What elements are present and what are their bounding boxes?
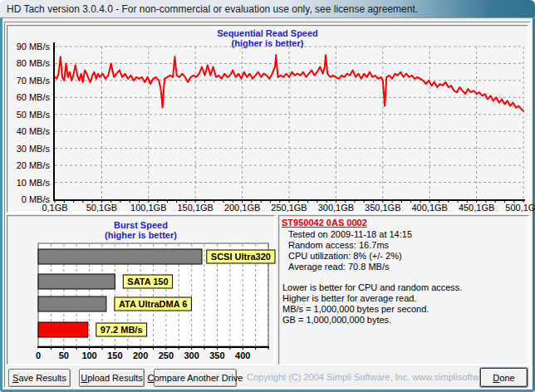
burst-axis-tick-label: 0: [36, 350, 41, 360]
y-axis-tick-label: 20 MB/s: [17, 160, 51, 170]
x-axis-tick-label: 350,1GB: [365, 203, 400, 213]
done-button[interactable]: Done: [480, 368, 528, 387]
hd-tach-window: HD Tach version 3.0.4.0 - For non-commer…: [0, 0, 535, 392]
drive-detail-line: Random access: 16.7ms: [288, 240, 526, 251]
drive-details-list: Tested on 2009-11-18 at 14:15Random acce…: [282, 229, 526, 272]
sequential-read-chart: 0 MB/s10 MB/s20 MB/s30 MB/s40 MB/s50 MB/…: [7, 26, 528, 212]
sequential-read-panel: Sequential Read Speed (higher is better)…: [7, 25, 528, 213]
burst-axis-tick-label: 300: [184, 350, 199, 360]
legend-note-line: MB/s = 1,000,000 bytes per second.: [282, 304, 526, 315]
compare-another-drive-button[interactable]: Compare Another Drive: [154, 369, 237, 387]
upload-results-button[interactable]: Upload Results: [79, 369, 145, 387]
burst-speed-panel: Burst Speed (higher is better) 050100150…: [7, 215, 275, 365]
x-axis-tick-label: 100,1GB: [130, 203, 166, 213]
x-axis-tick-label: 400,1GB: [411, 203, 447, 213]
x-axis-tick-label: 250,1GB: [271, 203, 307, 213]
burst-axis-tick-label: 250: [159, 350, 174, 360]
burst-axis-tick-label: 350: [209, 350, 224, 360]
burst-bar: [38, 296, 106, 311]
burst-axis-tick-label: 400: [235, 350, 250, 360]
drive-model-label: ST950042 0AS 0002: [282, 218, 526, 228]
x-axis-tick-label: 500,1GB: [505, 203, 535, 213]
burst-axis-tick-label: 50: [59, 350, 69, 360]
burst-bar-label: 97.2 MB/s: [101, 325, 143, 335]
x-axis-tick-label: 150,1GB: [177, 203, 213, 213]
burst-bar: [38, 274, 115, 289]
spacer: [282, 272, 526, 282]
x-axis-tick-label: 300,1GB: [318, 203, 354, 213]
burst-bar-label: ATA UltraDMA 6: [119, 299, 188, 309]
burst-axis-tick-label: 150: [107, 350, 122, 360]
burst-bar-label: SCSI Ultra320: [211, 252, 271, 262]
x-axis-tick-label: 200,1GB: [224, 203, 260, 213]
save-results-button[interactable]: Save Results: [8, 369, 71, 387]
burst-axis-tick-label: 200: [133, 350, 148, 360]
y-axis-tick-label: 30 MB/s: [17, 144, 51, 154]
drive-detail-line: CPU utilization: 8% (+/- 2%): [288, 251, 526, 262]
drive-info-panel: ST950042 0AS 0002 Tested on 2009-11-18 a…: [278, 215, 529, 365]
burst-bar-label: SATA 150: [127, 277, 168, 287]
y-axis-tick-label: 50 MB/s: [17, 110, 51, 120]
burst-axis-tick-label: 100: [81, 350, 96, 360]
burst-bar: [38, 249, 202, 264]
burst-bar: [38, 322, 88, 337]
y-axis-tick-label: 80 MB/s: [17, 58, 51, 68]
y-axis-tick-label: 60 MB/s: [17, 92, 51, 102]
x-axis-tick-label: 450,1GB: [459, 203, 494, 213]
y-axis-tick-label: 90 MB/s: [17, 42, 51, 51]
burst-speed-chart: 050100150200250300350400SCSI Ultra320SAT…: [7, 216, 274, 364]
copyright-text: Copyright (C) 2004 Simpli Software, Inc.…: [247, 372, 475, 382]
x-axis-tick-label: 0,1GB: [42, 203, 67, 213]
drive-detail-line: Average read: 70.8 MB/s: [288, 262, 526, 272]
y-axis-tick-label: 70 MB/s: [17, 76, 51, 86]
drive-detail-line: Tested on 2009-11-18 at 14:15: [288, 229, 526, 240]
legend-note-line: GB = 1,000,000,000 bytes.: [282, 315, 526, 326]
y-axis-tick-label: 40 MB/s: [17, 126, 51, 136]
x-axis-tick-label: 50,1GB: [86, 203, 117, 213]
legend-notes-list: Lower is better for CPU and random acces…: [282, 282, 526, 326]
title-bar[interactable]: HD Tach version 3.0.4.0 - For non-commer…: [0, 0, 535, 18]
legend-note-line: Higher is better for average read.: [282, 293, 526, 304]
window-title: HD Tach version 3.0.4.0 - For non-commer…: [7, 3, 418, 15]
legend-note-line: Lower is better for CPU and random acces…: [282, 282, 526, 293]
y-axis-tick-label: 10 MB/s: [17, 178, 51, 188]
